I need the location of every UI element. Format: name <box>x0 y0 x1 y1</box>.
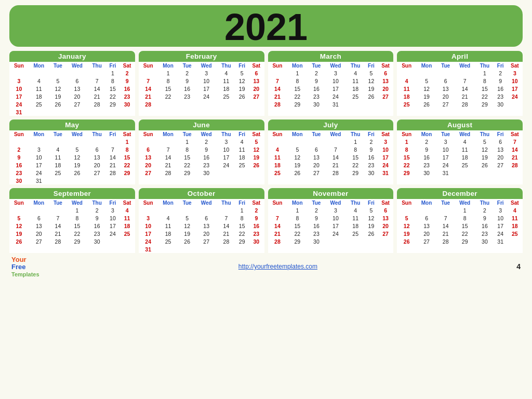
day-cell <box>217 108 236 110</box>
week-row: 31 <box>9 108 135 116</box>
week-row: 78910111213 <box>268 77 394 85</box>
day-cell: 11 <box>346 77 365 85</box>
day-cell: 28 <box>454 100 475 108</box>
day-cell: 8 <box>179 145 196 153</box>
day-header-thu: Thu <box>88 130 107 138</box>
day-header-fri: Fri <box>107 199 119 206</box>
week-row: 6789101112 <box>139 145 264 153</box>
day-cell: 6 <box>378 206 393 214</box>
week-row: 1234567 <box>397 138 523 145</box>
day-header-mon: Mon <box>287 199 308 206</box>
day-header-sun: Sun <box>139 199 158 206</box>
day-cell: 19 <box>49 92 66 100</box>
week-row: 293031 <box>397 169 523 177</box>
day-header-wed: Wed <box>66 130 88 138</box>
day-cell <box>507 245 523 247</box>
day-cell: 12 <box>365 77 378 85</box>
day-cell: 8 <box>454 214 475 222</box>
day-cell: 19 <box>179 230 196 237</box>
day-cell <box>268 177 287 178</box>
month-block-december: DecemberSunMonTueWedThuFriSat12345678910… <box>397 188 523 253</box>
day-cell <box>378 245 393 247</box>
month-block-january: JanuarySunMonTueWedThuFriSat123456789101… <box>9 51 135 116</box>
day-cell <box>217 206 236 214</box>
day-header-sun: Sun <box>9 62 29 69</box>
day-cell: 14 <box>268 222 287 230</box>
day-cell: 26 <box>9 237 29 245</box>
day-cell <box>437 177 454 178</box>
day-cell <box>88 108 107 116</box>
day-cell: 11 <box>29 85 49 92</box>
day-cell: 14 <box>139 85 158 92</box>
day-cell: 5 <box>397 214 416 222</box>
day-cell <box>325 237 347 245</box>
day-cell: 20 <box>66 92 88 100</box>
day-cell: 25 <box>49 169 66 177</box>
day-cell <box>507 169 523 177</box>
day-cell <box>179 100 196 108</box>
day-cell: 27 <box>308 169 325 177</box>
day-cell: 31 <box>437 169 454 177</box>
day-cell: 19 <box>475 153 494 161</box>
day-cell: 2 <box>494 69 507 77</box>
week-row <box>9 245 135 247</box>
day-header-tue: Tue <box>49 62 66 69</box>
day-cell: 15 <box>397 153 416 161</box>
day-cell: 21 <box>437 230 454 237</box>
day-cell <box>308 245 325 247</box>
day-cell: 10 <box>217 145 236 153</box>
day-cell <box>29 108 49 116</box>
day-cell: 5 <box>365 69 378 77</box>
day-cell: 9 <box>308 77 325 85</box>
day-header-fri: Fri <box>365 62 378 69</box>
day-cell: 9 <box>119 77 135 85</box>
day-cell: 6 <box>308 145 325 153</box>
day-cell <box>308 108 325 110</box>
month-table-september: SunMonTueWedThuFriSat1234567891011121314… <box>9 199 135 247</box>
week-row: 18192021222324 <box>268 161 394 169</box>
day-cell: 15 <box>346 153 365 161</box>
logo-your: Your <box>11 256 39 263</box>
day-cell: 2 <box>196 138 217 145</box>
day-cell: 15 <box>475 85 494 92</box>
day-cell: 23 <box>308 92 325 100</box>
day-cell <box>378 237 393 245</box>
day-header-sat: Sat <box>378 62 393 69</box>
day-cell: 7 <box>454 77 475 85</box>
week-row: 17181920212223 <box>139 230 264 237</box>
day-cell: 25 <box>346 92 365 100</box>
day-cell <box>268 69 287 77</box>
day-cell: 13 <box>29 222 49 230</box>
day-cell: 27 <box>29 237 49 245</box>
day-cell: 9 <box>308 214 325 222</box>
day-header-thu: Thu <box>88 199 107 206</box>
day-cell: 9 <box>416 145 437 153</box>
day-cell: 5 <box>416 77 437 85</box>
day-cell: 6 <box>139 145 158 153</box>
day-cell <box>454 245 475 247</box>
day-cell <box>66 69 88 77</box>
day-cell: 9 <box>475 214 494 222</box>
month-table-april: SunMonTueWedThuFriSat1234567891011121314… <box>397 62 523 110</box>
day-cell: 24 <box>494 230 507 237</box>
day-cell: 24 <box>437 161 454 169</box>
day-cell <box>107 138 119 145</box>
day-cell: 29 <box>475 100 494 108</box>
day-cell: 23 <box>416 161 437 169</box>
day-header-sun: Sun <box>9 130 29 138</box>
week-row: 23242526272829 <box>9 169 135 177</box>
day-cell <box>139 177 158 178</box>
week-row: 123456 <box>268 69 394 77</box>
day-cell: 10 <box>29 153 49 161</box>
day-cell <box>139 206 158 214</box>
day-cell: 24 <box>29 169 49 177</box>
footer-link[interactable]: http://yourfreetemplates.com <box>238 263 317 270</box>
day-cell: 4 <box>268 145 287 153</box>
month-block-august: AugustSunMonTueWedThuFriSat1234567891011… <box>397 119 523 184</box>
day-cell: 9 <box>494 77 507 85</box>
day-cell <box>416 177 437 178</box>
week-row: 45678910 <box>268 145 394 153</box>
week-row: 1234 <box>397 206 523 214</box>
day-cell: 9 <box>9 153 29 161</box>
day-cell: 24 <box>107 230 119 237</box>
